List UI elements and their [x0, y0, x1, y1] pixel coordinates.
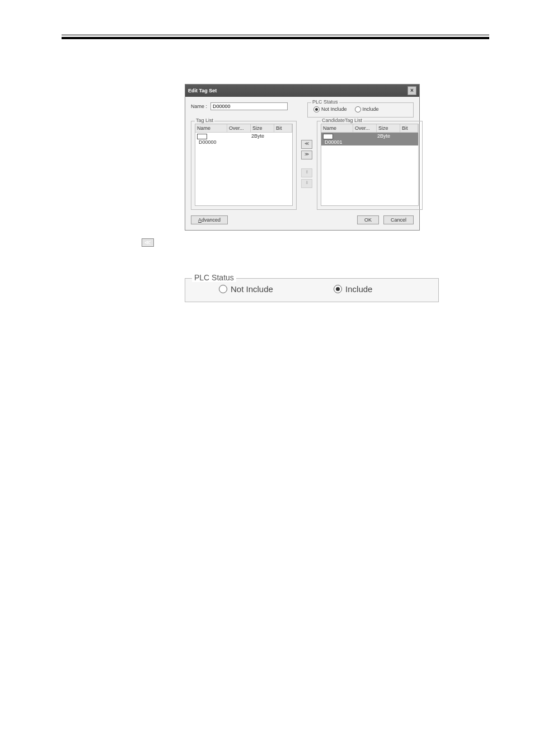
tag-list[interactable]: Name Over... Size Bit D00000 2Byte: [195, 124, 293, 206]
candidate-list-label: CandidateTag List: [321, 118, 363, 123]
step-6-label: 6.: [62, 237, 112, 247]
advanced-button[interactable]: Advanced: [191, 215, 228, 224]
candidate-tag-list[interactable]: Name Over... Size Bit D00001 2Byte: [321, 124, 419, 206]
dialog-title: Edit Tag Set: [188, 88, 217, 93]
step-8-label: 8.: [62, 308, 112, 369]
step-5-text: In the Candidate Tag List Area, click th…: [112, 67, 489, 77]
plc-status-screenshot: PLC Status Not Include Include: [185, 278, 439, 302]
step-9-label: 9.: [62, 373, 112, 383]
step-7-label: 7.: [62, 252, 112, 273]
move-up-button: ⬆: [301, 168, 312, 177]
move-left-icon: ≪: [142, 238, 154, 247]
cancel-button[interactable]: Cancel: [383, 215, 414, 224]
step-11-label: 11.: [62, 402, 112, 422]
move-right-button[interactable]: ≫: [301, 151, 312, 159]
move-down-button: ⬇: [301, 179, 312, 188]
list-item[interactable]: D00001 2Byte: [321, 133, 418, 145]
section-title: 6-2 Tag Data Link Functions: [62, 22, 151, 30]
step-10-label: 10.: [62, 388, 112, 398]
move-left-button[interactable]: ≪: [301, 140, 312, 149]
step-5-label: 5.: [62, 67, 112, 77]
step-11-text: Double-click the other device's icon (he…: [112, 402, 489, 422]
step-6-text: Click the ≪ Button to add the selected c…: [112, 237, 489, 247]
radio-not-include[interactable]: Not Include: [313, 106, 347, 112]
list-item[interactable]: D00000 2Byte: [195, 133, 292, 145]
name-input[interactable]: [210, 102, 288, 110]
rule-thin: [62, 35, 489, 35]
close-icon[interactable]: ×: [407, 86, 416, 95]
radio-include[interactable]: Include: [355, 106, 379, 112]
tag-list-label: Tag List: [195, 118, 214, 123]
edit-tag-set-dialog-screenshot: Edit Tag Set × Name : PLC Status: [185, 84, 420, 231]
step-10-text: After creating all of the required tag s…: [112, 388, 489, 398]
big-radio-not-include[interactable]: Not Include: [219, 284, 273, 294]
big-radio-include[interactable]: Include: [334, 284, 372, 294]
rule-thick: [62, 37, 489, 39]
name-label: Name :: [191, 104, 207, 109]
section-right: Section 6-2: [453, 22, 489, 30]
plc-status-big-label: PLC Status: [192, 273, 236, 282]
plc-status-label: PLC Status: [311, 99, 339, 105]
step-9-text: When you are finished editing, click the…: [112, 373, 489, 383]
ok-button[interactable]: OK: [357, 215, 379, 224]
step-7-text: To include the PLC status in the tag set…: [112, 252, 489, 273]
page-number: 166: [62, 658, 489, 666]
step-8-text: In the Tag List Area on the left, the ta…: [112, 308, 489, 369]
